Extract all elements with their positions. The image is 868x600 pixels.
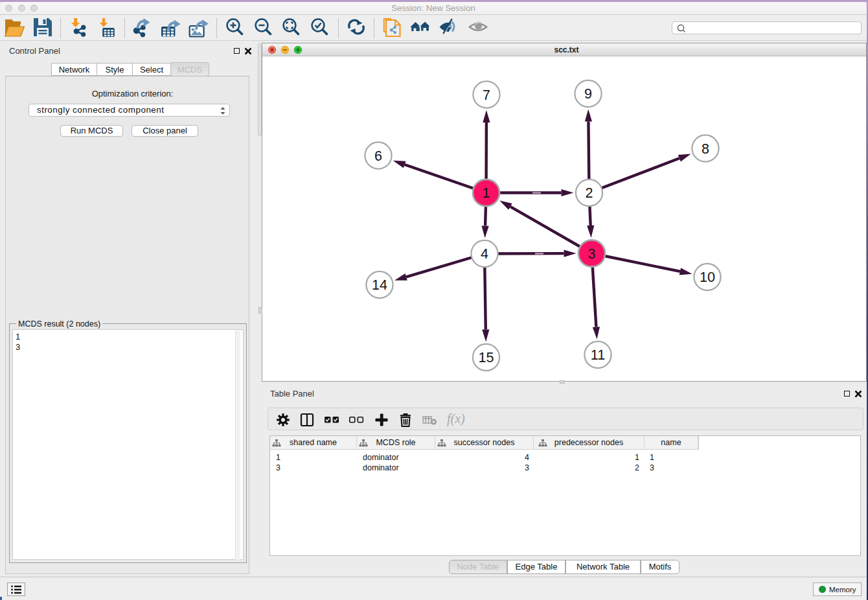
svg-text:15: 15 — [479, 350, 494, 365]
svg-text:9: 9 — [584, 86, 592, 102]
svg-text:11: 11 — [591, 347, 605, 363]
svg-text:10: 10 — [700, 270, 715, 285]
svg-text:14: 14 — [372, 277, 387, 293]
svg-text:8: 8 — [702, 141, 709, 157]
svg-text:4: 4 — [481, 246, 488, 262]
svg-text:3: 3 — [588, 246, 596, 262]
svg-text:6: 6 — [374, 148, 382, 164]
svg-text:2: 2 — [586, 185, 593, 201]
svg-text:7: 7 — [483, 87, 490, 103]
svg-text:1: 1 — [483, 185, 490, 201]
